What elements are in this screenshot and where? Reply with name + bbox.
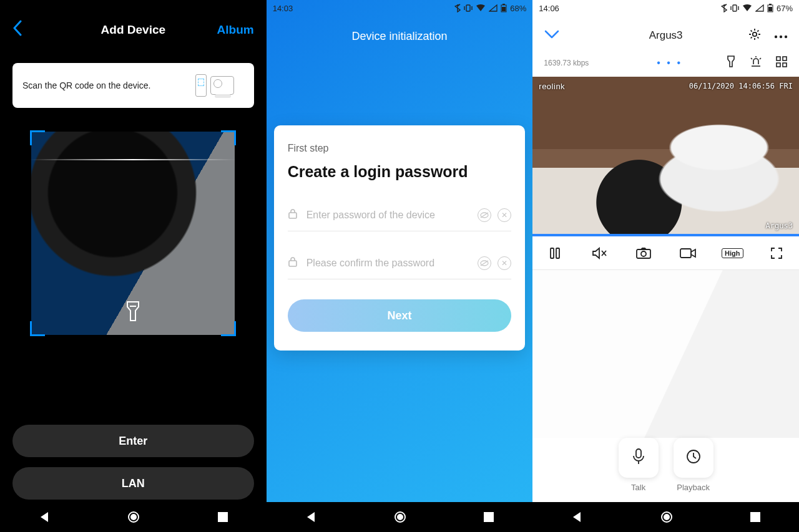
svg-point-41 bbox=[641, 251, 646, 256]
svg-line-30 bbox=[751, 58, 752, 59]
status-battery: 68% bbox=[510, 4, 526, 13]
signal-icon bbox=[755, 4, 764, 12]
live-video[interactable]: reolink 06/11/2020 14:06:56 FRI Argus3 bbox=[532, 77, 799, 236]
record-icon[interactable] bbox=[675, 241, 700, 266]
toggle-visibility-icon[interactable] bbox=[478, 208, 491, 222]
signal-icon bbox=[489, 4, 498, 12]
add-device-screen: Add Device Album Scan the QR code on the… bbox=[0, 0, 267, 532]
password-input[interactable] bbox=[306, 210, 471, 221]
overlay-brand: reolink bbox=[539, 82, 565, 91]
lock-icon bbox=[288, 208, 299, 222]
nav-recent-icon[interactable] bbox=[483, 511, 494, 523]
nav-back-icon[interactable] bbox=[38, 511, 51, 523]
battery-icon bbox=[501, 4, 507, 12]
nav-recent-icon[interactable] bbox=[217, 511, 228, 523]
vibrate-icon bbox=[464, 4, 473, 12]
svg-point-17 bbox=[397, 514, 403, 520]
qr-viewfinder bbox=[30, 130, 236, 336]
nav-back-icon[interactable] bbox=[571, 511, 583, 523]
nav-recent-icon[interactable] bbox=[750, 511, 761, 523]
header: Argus3 bbox=[532, 16, 799, 52]
svg-rect-9 bbox=[502, 7, 506, 11]
scan-line-icon bbox=[30, 159, 236, 160]
svg-rect-4 bbox=[466, 5, 470, 11]
playback-action[interactable]: Playback bbox=[674, 438, 713, 492]
svg-rect-24 bbox=[768, 7, 772, 11]
content-area bbox=[532, 270, 799, 438]
header: Add Device Album bbox=[0, 0, 267, 52]
clear-input-icon[interactable]: ✕ bbox=[498, 256, 511, 270]
svg-rect-23 bbox=[769, 4, 772, 5]
svg-line-31 bbox=[760, 58, 761, 59]
svg-rect-34 bbox=[777, 63, 780, 67]
svg-rect-33 bbox=[783, 57, 787, 60]
lock-icon bbox=[288, 256, 299, 270]
status-bar: 14:03 68% bbox=[267, 0, 533, 16]
frame-corner-icon bbox=[221, 130, 236, 145]
svg-rect-18 bbox=[484, 512, 494, 522]
talk-action[interactable]: Talk bbox=[619, 438, 659, 492]
battery-icon bbox=[767, 4, 773, 12]
svg-rect-37 bbox=[556, 248, 559, 258]
control-bar: High bbox=[532, 236, 799, 270]
overlay-camera-name: Argus3 bbox=[766, 221, 793, 230]
enter-button[interactable]: Enter bbox=[12, 425, 254, 457]
nav-home-icon[interactable] bbox=[127, 510, 140, 524]
lan-button[interactable]: LAN bbox=[12, 467, 254, 500]
overlay-timestamp: 06/11/2020 14:06:56 FRI bbox=[689, 82, 793, 90]
device-init-screen: 14:03 68% Device initialization First st… bbox=[267, 0, 533, 532]
nav-back-icon[interactable] bbox=[305, 511, 317, 523]
frame-corner-icon bbox=[30, 130, 45, 145]
svg-rect-32 bbox=[777, 57, 780, 60]
clear-input-icon[interactable]: ✕ bbox=[498, 208, 511, 222]
siren-icon[interactable] bbox=[749, 56, 763, 70]
loading-dots-icon: • • • bbox=[657, 57, 682, 69]
talk-label: Talk bbox=[631, 483, 645, 492]
android-navbar bbox=[532, 502, 799, 532]
playback-icon bbox=[685, 448, 702, 467]
nav-home-icon[interactable] bbox=[393, 510, 407, 524]
confirm-field-row: ✕ bbox=[288, 251, 512, 279]
password-field-row: ✕ bbox=[288, 203, 512, 231]
status-time: 14:06 bbox=[539, 4, 559, 13]
flashlight-icon[interactable] bbox=[124, 300, 142, 326]
bitrate-label: 1639.73 kbps bbox=[544, 59, 589, 67]
grid-view-icon[interactable] bbox=[775, 56, 788, 70]
mute-icon[interactable] bbox=[587, 241, 612, 266]
frame-corner-icon bbox=[30, 321, 45, 336]
status-time: 14:03 bbox=[273, 4, 293, 13]
status-battery: 67% bbox=[777, 4, 793, 13]
next-button[interactable]: Next bbox=[288, 299, 512, 332]
pause-icon[interactable] bbox=[542, 241, 567, 266]
snapshot-icon[interactable] bbox=[631, 241, 656, 266]
nav-home-icon[interactable] bbox=[660, 510, 674, 524]
playback-label: Playback bbox=[677, 483, 710, 492]
scan-tip-card: Scan the QR code on the device. bbox=[12, 63, 254, 108]
quality-button[interactable]: High bbox=[720, 241, 745, 266]
password-card: First step Create a login password ✕ bbox=[274, 125, 526, 351]
page-title: Add Device bbox=[0, 23, 267, 37]
page-title: Device initialization bbox=[267, 16, 533, 60]
confirm-password-input[interactable] bbox=[306, 258, 471, 269]
toggle-visibility-icon[interactable] bbox=[478, 256, 491, 270]
android-navbar bbox=[0, 502, 267, 532]
camera-title: Argus3 bbox=[532, 29, 799, 42]
svg-rect-8 bbox=[502, 4, 505, 5]
step-label: First step bbox=[288, 143, 512, 154]
card-heading: Create a login password bbox=[288, 163, 512, 181]
svg-rect-3 bbox=[218, 512, 228, 522]
flashlight-icon[interactable] bbox=[725, 55, 737, 70]
android-navbar bbox=[267, 502, 533, 532]
svg-rect-42 bbox=[680, 249, 691, 258]
wifi-icon bbox=[476, 4, 486, 12]
svg-rect-43 bbox=[636, 449, 641, 458]
fullscreen-icon[interactable] bbox=[764, 241, 789, 266]
bluetooth-icon bbox=[721, 4, 727, 12]
tip-illustration-icon bbox=[195, 72, 244, 99]
svg-rect-36 bbox=[551, 248, 554, 258]
svg-rect-19 bbox=[733, 5, 737, 11]
microphone-icon bbox=[631, 448, 646, 468]
svg-point-2 bbox=[130, 514, 137, 520]
svg-rect-10 bbox=[289, 213, 297, 218]
vibrate-icon bbox=[730, 4, 739, 12]
